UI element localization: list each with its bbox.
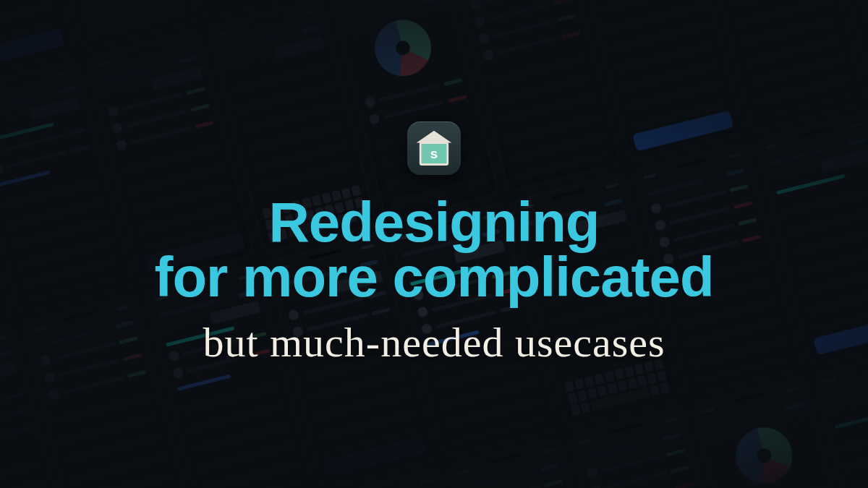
headline-line-1: Redesigning (54, 194, 814, 252)
headline: Redesigning for more complicated (54, 194, 814, 306)
house-s-icon: s (412, 127, 456, 170)
subtitle-script: but much-needed usecases (54, 318, 814, 367)
app-icon: s (407, 121, 461, 175)
headline-line-2: for more complicated (54, 249, 814, 307)
svg-text:s: s (430, 146, 438, 161)
hero-banner: s Redesigning for more complicated but m… (0, 0, 868, 488)
svg-marker-0 (417, 131, 452, 143)
